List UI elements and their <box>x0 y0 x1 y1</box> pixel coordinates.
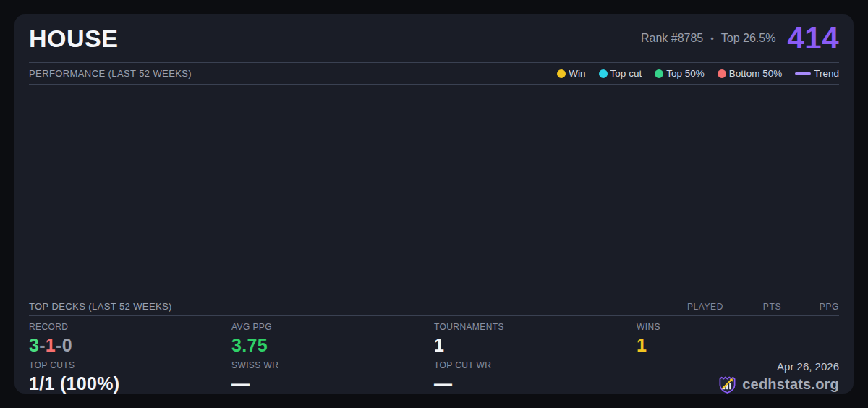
bottom-50-dot-icon <box>718 69 726 78</box>
stat-tournaments: TOURNAMENTS 1 <box>434 322 637 356</box>
legend-item-win[interactable]: Win <box>557 68 585 79</box>
stat-top-cuts: TOP CUTS 1/1 (100%) <box>29 360 231 394</box>
footer-branding: Apr 26, 2026 cedhstats.org <box>637 360 839 394</box>
cedhstats-logo-icon <box>718 375 737 394</box>
stat-record-value: 3-1-0 <box>29 336 231 356</box>
record-draws: 0 <box>62 335 72 355</box>
stat-avg-ppg: AVG PPG 3.75 <box>231 322 434 356</box>
legend-item-top-cut[interactable]: Top cut <box>599 68 642 79</box>
trend-line-icon <box>795 72 811 75</box>
legend-label-top-50: Top 50% <box>666 68 705 79</box>
record-sep-2: - <box>56 335 62 355</box>
stat-swiss-wr-value: — <box>231 374 434 394</box>
card-header: HOUSE Rank #8785 • Top 26.5% 414 <box>29 14 839 62</box>
brand-text: cedhstats.org <box>742 376 839 393</box>
stat-top-cut-wr-value: — <box>434 374 637 394</box>
legend-item-bottom-50[interactable]: Bottom 50% <box>718 68 783 79</box>
stat-swiss-wr-label: SWISS WR <box>231 360 434 370</box>
legend-item-trend[interactable]: Trend <box>795 68 839 79</box>
stat-top-cuts-label: TOP CUTS <box>29 360 231 370</box>
top-cut-dot-icon <box>599 69 608 78</box>
score-value: 414 <box>787 23 839 54</box>
stat-wins-label: WINS <box>637 322 839 332</box>
rank-label: Rank #8785 <box>641 32 703 45</box>
performance-header-row: PERFORMANCE (LAST 52 WEEKS) Win Top cut … <box>29 62 839 85</box>
record-sep-1: - <box>39 335 46 355</box>
stat-record-label: RECORD <box>29 322 231 332</box>
stat-wins: WINS 1 <box>637 322 839 356</box>
stat-top-cut-wr-label: TOP CUT WR <box>434 360 637 370</box>
percentile-label: Top 26.5% <box>721 32 776 45</box>
legend-label-top-cut: Top cut <box>610 68 642 79</box>
stat-avg-ppg-label: AVG PPG <box>231 322 434 332</box>
stats-grid: RECORD 3-1-0 AVG PPG 3.75 TOURNAMENTS 1 … <box>29 316 839 394</box>
stat-wins-value: 1 <box>637 336 839 356</box>
win-dot-icon <box>557 69 566 78</box>
brand-link[interactable]: cedhstats.org <box>718 375 839 394</box>
record-losses: 1 <box>46 335 56 355</box>
legend-label-trend: Trend <box>814 68 839 79</box>
stat-record: RECORD 3-1-0 <box>29 322 231 356</box>
top-decks-header-row: TOP DECKS (LAST 52 WEEKS) PLAYED PTS PPG <box>29 297 839 316</box>
record-wins: 3 <box>29 335 39 355</box>
legend-item-top-50[interactable]: Top 50% <box>655 68 705 79</box>
chart-legend: Win Top cut Top 50% Bottom 50% Trend <box>557 68 839 79</box>
column-header-played: PLAYED <box>665 302 723 312</box>
stat-tournaments-label: TOURNAMENTS <box>434 322 637 332</box>
stat-avg-ppg-value: 3.75 <box>231 336 434 356</box>
performance-chart-area <box>29 85 839 297</box>
header-right: Rank #8785 • Top 26.5% 414 <box>641 23 839 54</box>
page-title: HOUSE <box>29 26 118 51</box>
stat-top-cut-wr: TOP CUT WR — <box>434 360 637 394</box>
performance-heading: PERFORMANCE (LAST 52 WEEKS) <box>29 68 192 79</box>
top-50-dot-icon <box>655 69 663 78</box>
stat-tournaments-value: 1 <box>434 336 637 356</box>
date-label: Apr 26, 2026 <box>777 360 839 373</box>
legend-label-bottom-50: Bottom 50% <box>729 68 783 79</box>
stat-swiss-wr: SWISS WR — <box>231 360 434 394</box>
column-header-ppg: PPG <box>781 302 839 312</box>
top-decks-heading: TOP DECKS (LAST 52 WEEKS) <box>29 301 172 312</box>
stat-top-cuts-value: 1/1 (100%) <box>29 374 231 394</box>
player-stats-card: HOUSE Rank #8785 • Top 26.5% 414 PERFORM… <box>14 14 854 394</box>
separator-dot: • <box>710 33 714 44</box>
rank-summary: Rank #8785 • Top 26.5% <box>641 32 775 45</box>
column-header-pts: PTS <box>723 302 781 312</box>
legend-label-win: Win <box>569 68 585 79</box>
top-decks-columns: PLAYED PTS PPG <box>665 302 839 312</box>
